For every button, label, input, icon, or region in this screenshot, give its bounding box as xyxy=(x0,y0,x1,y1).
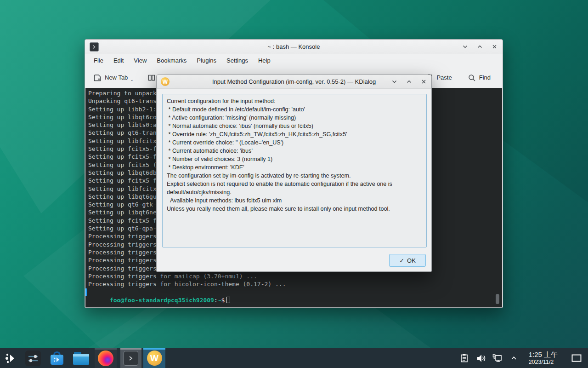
close-icon[interactable] xyxy=(420,78,427,86)
dialog-text-line: * Override rule: 'zh_CN,fcitx5:zh_TW,fci… xyxy=(167,130,422,138)
check-icon: ✓ xyxy=(399,257,404,264)
maximize-icon[interactable] xyxy=(405,78,413,86)
dialog-text-line: * Desktop environment: 'KDE' xyxy=(167,163,422,172)
konsole-app-icon xyxy=(90,42,99,52)
terminal-scrollbar[interactable] xyxy=(496,294,499,304)
chevron-down-icon: ⌄ xyxy=(130,77,134,82)
discover-button[interactable] xyxy=(46,348,68,368)
kdialog-window: W Input Method Configuration (im-config,… xyxy=(156,75,432,272)
discover-icon xyxy=(50,351,64,365)
clock-time: 1:25 上午 xyxy=(529,351,558,359)
volume-tray-icon[interactable] xyxy=(475,353,486,364)
dialog-text-line: Current configuration for the input meth… xyxy=(167,97,422,105)
prompt-marker xyxy=(85,288,87,296)
minimize-icon[interactable] xyxy=(461,43,469,51)
dolphin-button[interactable] xyxy=(70,348,92,368)
menu-plugins[interactable]: Plugins xyxy=(192,55,221,66)
konsole-icon xyxy=(124,351,138,366)
prompt-user-host: foo@foo-standardpcq35ich92009 xyxy=(110,297,214,304)
terminal-line: Processing triggers for hicolor-icon-the… xyxy=(88,280,502,288)
konsole-menubar: File Edit View Bookmarks Plugins Setting… xyxy=(85,54,503,67)
ok-button-label: OK xyxy=(407,257,416,264)
prompt-colon: : xyxy=(214,297,218,304)
dialog-text-line: Explicit selection is not required to en… xyxy=(167,180,422,196)
firefox-icon xyxy=(98,351,113,366)
kdialog-titlebar[interactable]: W Input Method Configuration (im-config,… xyxy=(157,75,431,89)
new-tab-icon xyxy=(93,74,102,82)
ok-button[interactable]: ✓ OK xyxy=(389,254,426,267)
dialog-text-line: * Active configuration: 'missing' (norma… xyxy=(167,114,422,122)
system-settings-button[interactable] xyxy=(22,348,44,368)
konsole-titlebar[interactable]: ~ : bash — Konsole xyxy=(85,40,503,54)
tray-expander-chevron-icon[interactable] xyxy=(509,353,520,364)
menu-file[interactable]: File xyxy=(89,55,108,66)
prompt-tilde: ~ xyxy=(218,297,221,304)
taskbar-task-im-config[interactable]: W xyxy=(143,348,165,368)
close-icon[interactable] xyxy=(491,43,498,51)
maximize-icon[interactable] xyxy=(476,43,483,51)
dialog-text-line: * Current automatic choice: 'ibus' xyxy=(167,147,422,155)
dialog-text-line: Unless you really need them all, please … xyxy=(167,205,422,213)
im-config-icon: W xyxy=(147,351,162,366)
split-view-icon xyxy=(147,74,156,82)
dialog-text-line: * Default mode defined in /etc/default/i… xyxy=(167,105,422,114)
taskbar: W xyxy=(0,348,588,368)
new-tab-button[interactable]: New Tab ⌄ xyxy=(91,71,136,85)
clock-date: 2023/11/2 xyxy=(529,359,558,365)
menu-view[interactable]: View xyxy=(129,55,152,66)
menu-bookmarks[interactable]: Bookmarks xyxy=(152,55,192,66)
minimize-icon[interactable] xyxy=(390,78,398,86)
digital-clock[interactable]: 1:25 上午 2023/11/2 xyxy=(525,351,561,365)
dialog-text-line: Available input methods: ibus fcitx5 uim… xyxy=(167,196,422,205)
kde-launcher-icon xyxy=(4,351,18,365)
im-config-icon: W xyxy=(161,77,170,86)
folder-icon xyxy=(73,352,89,365)
terminal-line: Processing triggers for mailcap (3.70+nm… xyxy=(88,272,502,280)
prompt-dollar: $ xyxy=(221,297,225,304)
show-desktop-button[interactable] xyxy=(570,348,583,368)
clipboard-tray-icon[interactable] xyxy=(459,353,470,364)
paste-label: Paste xyxy=(436,74,452,81)
find-button[interactable]: Find xyxy=(466,71,492,85)
dialog-text-line: * Number of valid choices: 3 (normally 1… xyxy=(167,155,422,163)
system-settings-icon xyxy=(25,351,41,366)
search-icon xyxy=(468,74,476,82)
show-desktop-icon xyxy=(571,354,582,363)
taskbar-task-konsole[interactable] xyxy=(120,348,141,368)
menu-settings[interactable]: Settings xyxy=(221,55,253,66)
menu-help[interactable]: Help xyxy=(253,55,276,66)
new-tab-label: New Tab xyxy=(105,74,128,81)
find-label: Find xyxy=(479,74,491,81)
network-tray-icon[interactable] xyxy=(492,353,503,364)
dialog-text-line: The configuration set by im-config is ac… xyxy=(167,172,422,180)
window-title: ~ : bash — Konsole xyxy=(85,43,503,50)
system-tray: 1:25 上午 2023/11/2 xyxy=(459,348,588,368)
terminal-prompt-line: foo@foo-standardpcq35ich92009:~$ xyxy=(88,288,502,307)
terminal-cursor xyxy=(226,297,230,303)
app-launcher-button[interactable] xyxy=(0,348,22,368)
taskbar-task-firefox[interactable] xyxy=(95,348,117,368)
menu-edit[interactable]: Edit xyxy=(108,55,129,66)
dialog-text-line: * Normal automatic choice: 'ibus' (norma… xyxy=(167,122,422,130)
dialog-message-box: Current configuration for the input meth… xyxy=(162,94,427,247)
dialog-text-line: * Current override choice: '' (Locale='e… xyxy=(167,138,422,147)
